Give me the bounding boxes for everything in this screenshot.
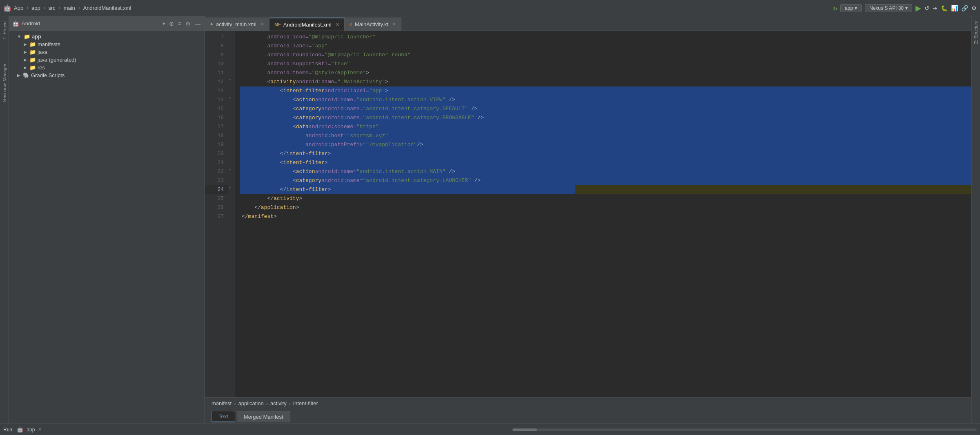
- code-content[interactable]: android:icon="@mipmap/ic_launcher" andro…: [235, 31, 971, 397]
- run-config-button[interactable]: app ▾: [840, 4, 862, 12]
- collapse-button[interactable]: ≡: [177, 20, 182, 28]
- code-line-13: <intent-filter android:label="app">: [240, 87, 971, 95]
- tree-label-java: java: [38, 49, 47, 55]
- breadcrumb-app: App: [14, 5, 23, 11]
- profile-button[interactable]: 📊: [951, 5, 958, 11]
- run-close-button[interactable]: ✕: [38, 427, 42, 432]
- tree-item-gradle[interactable]: ▶ 🐘 Gradle Scripts: [9, 71, 205, 79]
- toolbar-right: ↻ app ▾ Nexus S API 30 ▾ ▶ ↺ ⇥ 🐛 📊 🔗 ⚙: [833, 4, 977, 13]
- step-over-button[interactable]: ⇥: [933, 5, 938, 11]
- tab-main-activity[interactable]: K MainActivity.kt ✕: [345, 18, 401, 31]
- tree-item-java-gen[interactable]: ▶ 📁 java (generated): [9, 56, 205, 64]
- code-line-7: android:icon="@mipmap/ic_launcher": [240, 33, 971, 42]
- project-title: Android: [22, 20, 159, 27]
- code-scroll[interactable]: 7 8 9 10 11 12 13 14 15 16 17 18 19 20 2…: [205, 31, 971, 397]
- java-gen-folder-icon: 📁: [29, 57, 36, 63]
- settings-project-button[interactable]: ⚙: [185, 20, 192, 28]
- project-tab[interactable]: 1: Project: [1, 16, 8, 43]
- arrow-icon: ▼: [17, 34, 21, 39]
- run-button[interactable]: ▶: [915, 4, 921, 13]
- bc-manifest[interactable]: manifest: [212, 400, 232, 406]
- tab-merged-manifest[interactable]: Merged Manifest: [237, 411, 290, 422]
- device-button[interactable]: Nexus S API 30 ▾: [865, 4, 912, 12]
- res-folder-icon: 📁: [29, 64, 36, 71]
- tab-close-activity[interactable]: ✕: [261, 22, 264, 27]
- tab-close-main[interactable]: ✕: [392, 22, 396, 27]
- app-folder-icon: 📁: [24, 33, 30, 40]
- dropdown-icon: ▾: [855, 5, 857, 11]
- tree-item-res[interactable]: ▶ 📁 res: [9, 64, 205, 71]
- tab-label-activity: activity_main.xml: [216, 21, 256, 27]
- linenum-22: 22: [205, 167, 228, 176]
- code-line-23: <category android:name="android.intent.c…: [240, 176, 971, 185]
- left-side-tabs: 1: Project Resource Manager: [0, 16, 9, 424]
- code-line-14: <action android:name="android.intent.act…: [240, 95, 971, 104]
- bc-sep-3: ›: [289, 400, 291, 406]
- code-line-10: android:supportsRtl="true": [240, 60, 971, 69]
- linenum-25: 25: [205, 194, 228, 203]
- java-folder-icon: 📁: [29, 49, 36, 55]
- sync-project-button[interactable]: ⊕: [168, 20, 175, 28]
- run-config-label: app: [845, 5, 853, 11]
- refresh-button[interactable]: ↺: [924, 5, 929, 11]
- bc-activity[interactable]: activity: [270, 400, 287, 406]
- linenum-17: 17: [205, 122, 228, 131]
- sync-icon[interactable]: ↻: [833, 4, 837, 12]
- tree-label-manifests: manifests: [38, 41, 60, 47]
- code-line-11: android:theme="@style/AppTheme">: [240, 69, 971, 78]
- tab-manifest[interactable]: MF AndroidManifest.xml ✕: [270, 18, 345, 31]
- bottom-scrollbar[interactable]: [512, 428, 977, 431]
- tab-close-manifest[interactable]: ✕: [336, 22, 339, 27]
- linenum-19: 19: [205, 140, 228, 149]
- code-line-19: android:pathPrefix="/myapplication"/>: [240, 140, 971, 149]
- tree-label-app: app: [32, 33, 41, 40]
- tab-text-label: Text: [218, 413, 228, 419]
- gradle-icon: 🐘: [23, 72, 29, 78]
- code-line-8: android:label="app": [240, 42, 971, 51]
- fold-24-cur[interactable]: ▾: [229, 184, 231, 193]
- project-tree: ▼ 📁 app ▶ 📁 manifests ▶ 📁 java ▶ 📁 java …: [9, 31, 205, 424]
- tree-label-java-gen: java (generated): [38, 57, 76, 63]
- linenum-26: 26: [205, 203, 228, 212]
- attach-debugger-button[interactable]: 🔗: [961, 5, 968, 11]
- linenum-14: 14: [205, 95, 228, 104]
- arrow-icon-gradle: ▶: [17, 73, 20, 78]
- resource-manager-tab[interactable]: Resource Manager: [1, 60, 8, 106]
- tree-label-res: res: [38, 64, 45, 71]
- line-numbers: 7 8 9 10 11 12 13 14 15 16 17 18 19 20 2…: [205, 31, 228, 397]
- run-app-icon: 🤖: [17, 426, 23, 433]
- linenum-13: 13: [205, 87, 228, 95]
- xml-icon-1: ✦: [210, 22, 214, 27]
- settings-button[interactable]: ⚙: [971, 5, 977, 11]
- project-panel: 🤖 Android ▾ ⊕ ≡ ⚙ — ▼ 📁 app ▶ 📁 manifest…: [9, 16, 205, 424]
- linenum-24: 24: [205, 185, 228, 194]
- android-icon: 🤖: [12, 20, 19, 27]
- tab-activity-main[interactable]: ✦ activity_main.xml ✕: [205, 18, 270, 31]
- tab-text[interactable]: Text: [212, 411, 235, 422]
- bc-application[interactable]: application: [238, 400, 263, 406]
- top-toolbar: 🤖 App › app › src › main › AndroidManife…: [0, 0, 980, 16]
- debug-button[interactable]: 🐛: [941, 5, 948, 11]
- tree-item-manifests[interactable]: ▶ 📁 manifests: [9, 40, 205, 48]
- code-line-22: <action android:name="android.intent.act…: [240, 167, 971, 176]
- tab-merged-label: Merged Manifest: [244, 414, 283, 420]
- bc-intent-filter[interactable]: intent-filter: [293, 400, 318, 406]
- breadcrumb-src: src: [48, 5, 55, 11]
- tree-item-java[interactable]: ▶ 📁 java: [9, 48, 205, 56]
- code-line-27: </manifest>: [240, 212, 971, 221]
- code-line-12: <activity android:name=".MainActivity">: [240, 78, 971, 87]
- tab-label-main: MainActivity.kt: [355, 21, 388, 27]
- fold-12[interactable]: ▾: [229, 76, 231, 85]
- code-line-15: <category android:name="android.intent.c…: [240, 104, 971, 113]
- linenum-27: 27: [205, 212, 228, 221]
- linenum-10: 10: [205, 60, 228, 69]
- minimize-panel-button[interactable]: —: [194, 20, 201, 28]
- app-icon: 🤖: [3, 4, 11, 12]
- tree-item-app[interactable]: ▼ 📁 app: [9, 33, 205, 40]
- structure-tab[interactable]: Z: Structure: [973, 16, 979, 48]
- fold-13[interactable]: ▾: [229, 94, 231, 103]
- run-config-text: app: [27, 427, 35, 433]
- scrollbar-thumb: [512, 428, 537, 431]
- fold-21[interactable]: ▾: [229, 166, 231, 175]
- code-line-26: </application>: [240, 203, 971, 212]
